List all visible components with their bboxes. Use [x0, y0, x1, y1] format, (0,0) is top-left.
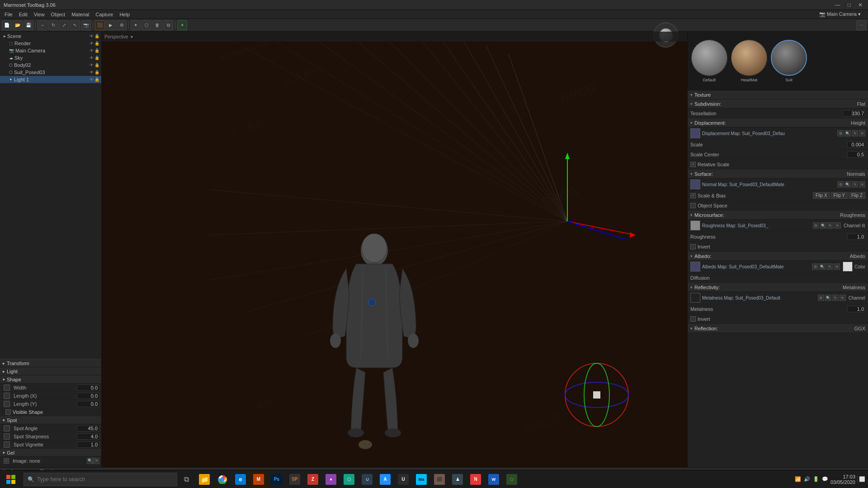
network-icon[interactable]: 📶	[794, 476, 802, 483]
alb-search-icon[interactable]: 🔍	[819, 263, 826, 270]
settings-button[interactable]: ⚙	[117, 20, 127, 30]
viewport-shading[interactable]: ▾	[131, 34, 133, 39]
gel-image-checkbox[interactable]: ✓	[4, 458, 9, 464]
toolbar-extra[interactable]: ⋯	[856, 20, 866, 30]
width-value[interactable]	[77, 385, 99, 391]
show-desktop-button[interactable]: ⬜	[857, 476, 864, 483]
metal-edit-icon[interactable]: ✎	[832, 295, 839, 301]
albedo-header[interactable]: ▾ Albedo: Albedo	[688, 252, 868, 261]
mat-sphere-default[interactable]	[691, 40, 727, 76]
metalness-value[interactable]	[847, 306, 865, 312]
notification-icon[interactable]: 💬	[821, 476, 829, 483]
taskbar-marmoset[interactable]: M	[250, 470, 268, 488]
menu-help[interactable]: Help	[117, 12, 132, 17]
gel-search-icon[interactable]: 🔍	[87, 458, 93, 464]
spot-angle-slider[interactable]	[4, 425, 10, 432]
lock-icon[interactable]: 🔒	[94, 41, 99, 46]
rough-gear-icon[interactable]: ⚙	[813, 222, 819, 229]
tree-item-render[interactable]: ⬚ Render 👁 🔒	[0, 40, 101, 47]
spot-angle-value[interactable]	[77, 425, 99, 432]
open-button[interactable]: 📂	[13, 20, 23, 30]
start-button[interactable]	[0, 470, 22, 488]
disp-gear-icon[interactable]: ⚙	[837, 130, 844, 136]
disp-edit-icon[interactable]: ✎	[852, 130, 858, 136]
search-input[interactable]	[37, 476, 173, 483]
duplicate-btn[interactable]: ⧉	[163, 20, 173, 30]
lock-icon[interactable]: 🔒	[94, 77, 99, 82]
flip-z-button[interactable]: Flip Z	[849, 192, 865, 199]
lock-icon[interactable]: 🔒	[94, 48, 99, 53]
metal-close-icon[interactable]: ✕	[840, 295, 846, 301]
taskbar-app1[interactable]: ♦	[322, 470, 340, 488]
move-button[interactable]: ↔	[38, 20, 47, 30]
rotation-gizmo[interactable]	[561, 359, 633, 431]
volume-icon[interactable]: 🔊	[803, 476, 811, 483]
delete-btn[interactable]: 🗑	[152, 20, 162, 30]
metal-gear-icon[interactable]: ⚙	[818, 295, 824, 301]
disp-search-icon[interactable]: 🔍	[844, 130, 851, 136]
transform-header[interactable]: ▸ Transform	[0, 359, 101, 367]
subdivision-header[interactable]: ▾ Subdivision: Flat	[688, 99, 868, 108]
preview-button[interactable]: ▶	[106, 20, 116, 30]
taskbar-search[interactable]: 🔍	[24, 473, 177, 486]
norm-close-icon[interactable]: ✕	[859, 181, 865, 188]
rough-search-icon[interactable]: 🔍	[820, 222, 826, 229]
scale-value[interactable]	[847, 141, 865, 148]
taskbar-word[interactable]: W	[485, 470, 503, 488]
taskbar-extra3[interactable]: N	[467, 470, 485, 488]
save-button[interactable]: 💾	[24, 20, 33, 30]
tree-item-light1[interactable]: ✦ Light 1 👁 🔒	[0, 76, 101, 83]
taskbar-zbrush[interactable]: Z	[304, 470, 322, 488]
task-view-button[interactable]: ⧉	[177, 470, 195, 488]
menu-edit[interactable]: Edit	[16, 12, 30, 17]
taskbar-substance[interactable]: SP	[286, 470, 304, 488]
tree-item-body[interactable]: ⬡ Body02 👁 🔒	[0, 61, 101, 69]
scale-button[interactable]: ⤢	[59, 20, 69, 30]
disp-close-icon[interactable]: ✕	[859, 130, 865, 136]
add-mesh[interactable]: ⬡	[142, 20, 151, 30]
length-x-slider[interactable]	[4, 393, 10, 399]
taskbar-app2[interactable]: ⬡	[340, 470, 358, 488]
albedo-color-swatch[interactable]	[843, 262, 853, 272]
alb-close-icon[interactable]: ✕	[834, 263, 840, 270]
new-button[interactable]: 📄	[2, 20, 12, 30]
gel-close-icon[interactable]: ✕	[93, 458, 99, 464]
taskbar-app4[interactable]: ⬡	[503, 470, 521, 488]
taskbar-extra2[interactable]: ♟	[448, 470, 467, 488]
tree-item-scene[interactable]: ▸ Scene 👁 🔒	[0, 33, 101, 40]
taskbar-maya[interactable]: Ma	[412, 470, 430, 488]
taskbar-edge[interactable]: e	[231, 470, 250, 488]
scale-bias-checkbox[interactable]: ✓	[690, 193, 696, 198]
spot-header[interactable]: ▾ Spot	[0, 416, 101, 424]
camera-tool[interactable]: 📷	[81, 20, 91, 30]
menu-object[interactable]: Object	[48, 12, 68, 17]
length-y-slider[interactable]	[4, 401, 10, 407]
add-light[interactable]: ✦	[131, 20, 141, 30]
tree-item-camera[interactable]: 📷 Main Camera 👁 🔒	[0, 47, 101, 54]
scale-center-value[interactable]	[847, 151, 865, 158]
texture-section-header[interactable]: ▾ Texture	[688, 90, 868, 99]
metal-search-icon[interactable]: 🔍	[825, 295, 831, 301]
select-button[interactable]: ↖	[70, 20, 80, 30]
vis-icon[interactable]: 👁	[90, 56, 94, 60]
reflection-header[interactable]: ▾ Reflection: GGX	[688, 324, 868, 333]
surface-header[interactable]: ▾ Surface: Normals	[688, 169, 868, 178]
taskbar-extra1[interactable]: ⬛	[430, 470, 448, 488]
minimize-button[interactable]: —	[833, 2, 842, 8]
taskbar-affinity[interactable]: A	[376, 470, 394, 488]
vis-icon[interactable]: 👁	[90, 41, 94, 46]
tessellation-value[interactable]	[843, 110, 865, 117]
close-button[interactable]: ✕	[856, 2, 864, 8]
alb-edit-icon[interactable]: ✎	[826, 263, 833, 270]
length-y-value[interactable]	[77, 401, 99, 407]
vis-icon[interactable]: 👁	[90, 70, 94, 75]
vis-icon[interactable]: 👁	[90, 48, 94, 53]
lock-icon[interactable]: 🔒	[94, 70, 99, 75]
object-space-checkbox[interactable]	[690, 203, 696, 208]
vis-icon[interactable]: 👁	[90, 34, 94, 38]
spot-sharpness-value[interactable]	[77, 433, 99, 440]
maximize-button[interactable]: □	[846, 2, 853, 8]
metalness-invert-checkbox[interactable]	[690, 316, 696, 322]
taskbar-chrome[interactable]	[213, 470, 231, 488]
vis-icon[interactable]: 👁	[90, 63, 94, 67]
